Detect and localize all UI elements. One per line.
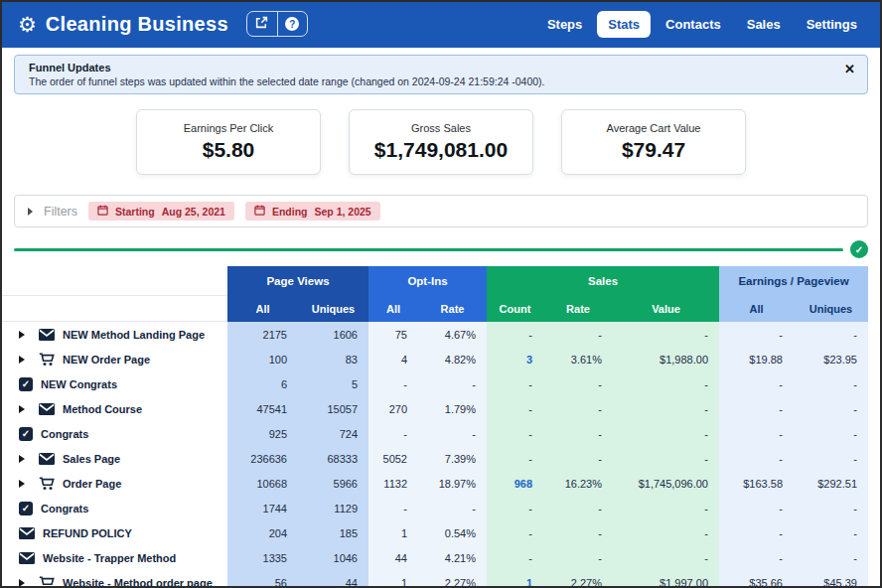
cell-earn: - (719, 446, 794, 471)
help-button[interactable]: ? (277, 12, 307, 36)
filters-bar[interactable]: Filters Starting Aug 25, 2021 Ending Sep… (14, 195, 868, 227)
funnel-step-method-course[interactable]: Method Course (0, 396, 227, 421)
stat-label: Average Cart Value (568, 122, 739, 134)
open-external-button[interactable] (247, 12, 277, 36)
close-icon[interactable]: ✕ (844, 63, 855, 75)
checkbox-icon: ✓ (19, 377, 33, 391)
table-row: NEW Order Page1008344.82%33.61%$1,988.00… (0, 347, 882, 371)
tab-sales[interactable]: Sales (736, 11, 792, 38)
column-header-opt-rate: Rate (418, 296, 487, 322)
filter-badge-starting[interactable]: Starting Aug 25, 2021 (88, 202, 234, 220)
column-header-sales-rate: Rate (543, 296, 613, 322)
cell-earn: - (794, 520, 868, 545)
expand-caret-icon[interactable] (19, 579, 25, 587)
cell-earn: $163.58 (719, 471, 794, 496)
funnel-step-congrats[interactable]: ✓Congrats (0, 421, 227, 446)
envelope-icon (39, 329, 55, 341)
funnel-step-website-method-order-page[interactable]: Website - Method order page (0, 570, 227, 588)
expand-caret-icon[interactable] (19, 480, 25, 488)
cell-opt: 2.27% (418, 570, 487, 588)
funnel-step-new-congrats[interactable]: ✓NEW Congrats (0, 371, 227, 396)
table-subheader-row: AllUniquesAllRateCountRateValueAllUnique… (0, 296, 882, 322)
funnel-step-website-trapper-method[interactable]: Website - Trapper Method (0, 545, 227, 570)
funnel-step-new-method-landing-page[interactable]: NEW Method Landing Page (0, 322, 227, 347)
cell-pv: 100 (227, 347, 298, 371)
cell-sales: 16.23% (543, 471, 613, 496)
funnel-step-sales-page[interactable]: Sales Page (0, 446, 227, 471)
funnel-step-label: REFUND POLICY (43, 527, 132, 539)
funnel-step-label: Method Course (63, 403, 142, 415)
cell-opt: 44 (368, 545, 418, 570)
table-row: NEW Method Landing Page21751606754.67%--… (0, 322, 882, 347)
cell-sales: - (543, 520, 613, 545)
cell-sales: - (487, 421, 543, 446)
cell-opt: 0.54% (418, 520, 487, 545)
app-title: Cleaning Business (46, 13, 228, 36)
cell-pv: 925 (227, 421, 298, 446)
cell-pv: 83 (298, 347, 368, 371)
tab-settings[interactable]: Settings (796, 11, 868, 38)
filter-badge-ending[interactable]: Ending Sep 1, 2025 (245, 202, 380, 220)
cell-opt: 5052 (368, 446, 418, 471)
expand-caret-icon[interactable] (19, 331, 25, 339)
cell-earn: - (794, 496, 868, 520)
column-header-earn-all: All (719, 296, 794, 322)
funnel-step-order-page[interactable]: Order Page (0, 471, 227, 496)
calendar-icon (97, 205, 108, 218)
funnel-step-new-order-page[interactable]: NEW Order Page (0, 347, 227, 371)
checkbox-icon: ✓ (19, 427, 33, 441)
sales-count-link[interactable]: 968 (487, 471, 543, 496)
alert-message: The order of funnel steps was updated wi… (29, 75, 853, 87)
sales-count-link[interactable]: 3 (487, 347, 543, 371)
cell-pv: 56 (227, 570, 298, 588)
tab-stats[interactable]: Stats (597, 11, 651, 38)
column-group-opt-ins: Opt-Ins (368, 266, 487, 296)
funnel-step-label: NEW Method Landing Page (63, 329, 205, 341)
external-link-icon (255, 16, 268, 32)
cell-earn: - (794, 322, 868, 347)
funnel-step-congrats[interactable]: ✓Congrats (0, 496, 227, 520)
cell-opt: 75 (368, 322, 418, 347)
stat-card-earnings-per-click: Earnings Per Click $5.80 (136, 109, 321, 175)
expand-caret-icon[interactable] (19, 455, 25, 463)
expand-caret-icon[interactable] (19, 405, 25, 413)
cell-pv: 6 (227, 371, 298, 396)
cell-earn: - (719, 545, 794, 570)
envelope-icon (19, 552, 35, 564)
cell-pv: 15057 (298, 396, 368, 421)
tab-contacts[interactable]: Contacts (655, 11, 732, 38)
cell-opt: 4 (368, 347, 418, 371)
cell-sales: - (487, 446, 543, 471)
funnel-step-label: Sales Page (63, 453, 120, 465)
cart-icon (39, 477, 55, 491)
sales-count-link[interactable]: 1 (487, 570, 543, 588)
column-group-earnings-pageview: Earnings / Pageview (719, 266, 868, 296)
cell-opt: 1.79% (418, 396, 487, 421)
gear-icon: ⚙ (18, 14, 37, 35)
expand-caret-icon[interactable] (28, 208, 33, 216)
tab-steps[interactable]: Steps (536, 11, 593, 38)
checkbox-icon: ✓ (19, 502, 33, 515)
cell-sales: 2.27% (543, 570, 613, 588)
table-row: Sales Page2366366833350527.39%----- (0, 446, 882, 471)
cell-sales: $1,997.00 (613, 570, 719, 588)
cell-sales: $1,988.00 (613, 347, 719, 371)
cell-sales: - (543, 446, 613, 471)
cell-pv: 5 (298, 371, 368, 396)
funnel-step-refund-policy[interactable]: REFUND POLICY (0, 520, 227, 545)
cell-pv: 1335 (227, 545, 298, 570)
cell-sales: - (613, 421, 719, 446)
expand-caret-icon[interactable] (19, 356, 25, 364)
cell-opt: 1 (368, 570, 418, 588)
checkbox-icon: ✓ (19, 427, 33, 441)
badge-value: Aug 25, 2021 (162, 206, 225, 218)
cell-pv: 185 (298, 520, 368, 545)
table-corner-spacer (0, 266, 227, 296)
cell-pv: 10668 (227, 471, 298, 496)
cell-opt: - (418, 421, 487, 446)
checkbox-icon: ✓ (19, 377, 33, 391)
stat-cards: Earnings Per Click $5.80 Gross Sales $1,… (0, 109, 882, 175)
stat-label: Gross Sales (356, 122, 526, 134)
cell-earn: - (719, 421, 794, 446)
stat-card-average-cart-value: Average Cart Value $79.47 (561, 109, 746, 175)
